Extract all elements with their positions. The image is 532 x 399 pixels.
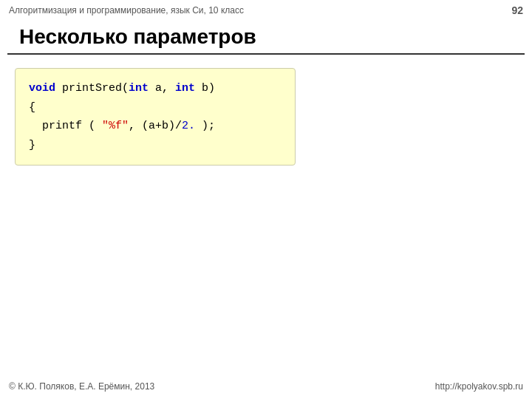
- format-string: "%f": [102, 120, 129, 132]
- open-brace: {: [29, 101, 35, 114]
- title-section: Несколько параметров: [7, 19, 525, 55]
- footer: © К.Ю. Поляков, Е.А. Ерёмин, 2013 http:/…: [9, 381, 523, 392]
- top-bar: Алгоритмизация и программирование, язык …: [0, 0, 532, 19]
- param-a: a,: [149, 82, 175, 95]
- code-line-4: }: [29, 136, 282, 155]
- code-line-2: {: [29, 98, 282, 117]
- close-brace: }: [29, 139, 35, 151]
- footer-copyright: © К.Ю. Поляков, Е.А. Ерёмин, 2013: [9, 381, 154, 392]
- keyword-int2: int: [175, 82, 195, 95]
- code-line-3: printf ( "%f", (a+b)/2. );: [29, 117, 282, 136]
- printf-call: printf (: [29, 120, 102, 132]
- func-name: printSred(: [55, 82, 129, 95]
- code-block: void printSred(int a, int b) { printf ( …: [15, 68, 296, 166]
- footer-url: http://kpolyakov.spb.ru: [435, 381, 523, 392]
- printf-args: , (a+b)/: [129, 120, 182, 132]
- page-number: 92: [511, 4, 523, 16]
- page-title: Несколько параметров: [19, 25, 256, 48]
- number-literal: 2.: [182, 120, 195, 132]
- keyword-int1: int: [129, 82, 149, 95]
- printf-end: );: [195, 120, 215, 132]
- keyword-void: void: [29, 82, 55, 95]
- code-line-1: void printSred(int a, int b): [29, 79, 282, 98]
- content-area: void printSred(int a, int b) { printf ( …: [0, 55, 532, 179]
- subtitle: Алгоритмизация и программирование, язык …: [9, 5, 244, 16]
- param-b: b): [195, 82, 215, 95]
